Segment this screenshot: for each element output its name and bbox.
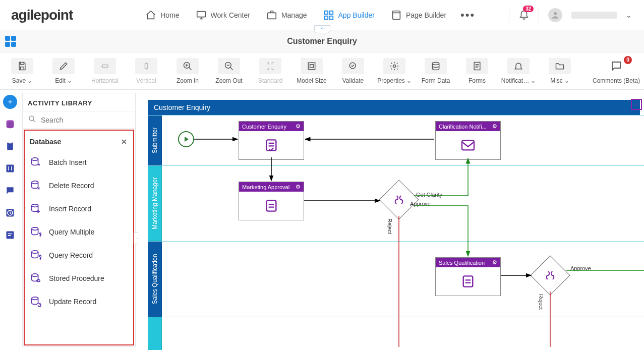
folder-icon	[555, 61, 565, 71]
forms-button[interactable]: Forms	[459, 55, 495, 87]
database-cloud-icon	[30, 273, 42, 284]
validate-button[interactable]: Validate	[335, 55, 371, 87]
form-data-button[interactable]: Form Data	[418, 55, 454, 87]
notifications-button[interactable]: 32	[518, 9, 530, 21]
database-section-title: Database	[30, 138, 61, 146]
horizontal-icon	[100, 61, 110, 71]
grid-icon	[323, 10, 334, 21]
edit-label: Edit	[55, 77, 66, 84]
search-input[interactable]	[41, 116, 130, 124]
zoom-out-icon	[224, 61, 234, 71]
svg-rect-6	[393, 11, 400, 19]
horizontal-button[interactable]: Horizontal	[87, 55, 123, 87]
svg-rect-8	[102, 65, 107, 67]
comment-icon	[610, 60, 622, 72]
rail-clock-icon[interactable]	[3, 206, 17, 220]
model-size-button[interactable]: Model Size	[294, 55, 330, 87]
svg-point-31	[32, 251, 38, 254]
svg-text:?: ?	[39, 255, 41, 260]
nav-app-builder-label: App Builder	[338, 11, 375, 19]
zoom-in-icon	[183, 61, 193, 71]
activity-update-record[interactable]: Update Record	[27, 290, 131, 313]
nav-right: 32 ⌄	[509, 8, 638, 22]
activity-label: Query Multiple	[49, 228, 94, 236]
activity-batch-insert[interactable]: Batch Insert	[27, 151, 131, 174]
toolbar: Save⌄ Edit⌄ Horizontal Vertical Zoom In …	[0, 52, 644, 90]
database-question-icon: ?+	[30, 226, 42, 238]
nav-work-center[interactable]: Work Center	[194, 6, 252, 25]
activity-search	[23, 111, 135, 129]
validate-label: Validate	[342, 77, 364, 84]
collapse-header-button[interactable]: ⌃	[314, 25, 330, 33]
swimlanes: Submitter Marketing Manager Sales Qualif…	[148, 115, 644, 350]
notifications-tool-button[interactable]: Notificat…⌄	[500, 55, 537, 87]
misc-button[interactable]: Misc⌄	[542, 55, 578, 87]
zoom-out-label: Zoom Out	[215, 77, 242, 84]
process-canvas[interactable]: Customer Enquiry ⤢ Submitter Marketing M…	[138, 90, 644, 350]
svg-point-28	[32, 204, 38, 207]
svg-point-26	[32, 158, 38, 161]
svg-rect-9	[145, 64, 148, 69]
rail-clipboard-icon[interactable]	[3, 139, 17, 153]
logo: agilepoint	[6, 7, 78, 23]
svg-rect-0	[197, 11, 205, 17]
apps-grid-icon[interactable]	[5, 36, 16, 47]
monitor-icon	[196, 10, 207, 21]
nav-home-label: Home	[160, 11, 179, 19]
expand-icon[interactable]: ⤢	[631, 99, 642, 110]
svg-point-15	[432, 62, 439, 65]
rail-doc-icon[interactable]	[3, 228, 17, 242]
activity-label: Stored Procedure	[49, 274, 104, 282]
vertical-button[interactable]: Vertical	[128, 55, 164, 87]
nav-home[interactable]: Home	[143, 6, 181, 25]
activity-stored-procedure[interactable]: Stored Procedure	[27, 267, 131, 290]
zoom-in-label: Zoom In	[177, 77, 199, 84]
avatar[interactable]	[548, 8, 562, 22]
rail-chat-icon[interactable]	[3, 184, 17, 198]
page-icon	[391, 10, 402, 21]
database-refresh-icon	[30, 296, 42, 307]
svg-point-7	[554, 12, 557, 15]
left-rail: ＋ I I	[0, 90, 20, 350]
nav-work-center-label: Work Center	[211, 11, 250, 19]
rail-database-icon[interactable]	[3, 117, 17, 131]
briefcase-icon	[266, 10, 277, 21]
add-button[interactable]: ＋	[3, 95, 17, 109]
svg-point-25	[29, 116, 34, 121]
forms-label: Forms	[469, 77, 486, 84]
activity-query-multiple[interactable]: ?+Query Multiple	[27, 220, 131, 244]
standard-button[interactable]: Standard	[252, 55, 288, 87]
chevron-down-icon: ⌄	[27, 77, 32, 84]
user-menu-chevron[interactable]: ⌄	[626, 11, 632, 19]
save-button[interactable]: Save⌄	[4, 55, 40, 87]
activity-label: Delete Record	[49, 182, 94, 190]
nav-more-icon[interactable]: •••	[460, 9, 475, 22]
form-data-label: Form Data	[422, 77, 450, 84]
svg-rect-4	[324, 16, 327, 19]
nav-page-builder[interactable]: Page Builder	[389, 6, 448, 25]
chevron-down-icon: ⌄	[531, 77, 536, 84]
save-icon	[17, 61, 27, 71]
edit-button[interactable]: Edit⌄	[45, 55, 82, 87]
database-icon	[431, 61, 441, 71]
nav-app-builder[interactable]: App Builder	[321, 6, 377, 25]
nav-manage[interactable]: Manage	[264, 6, 309, 25]
divider	[539, 8, 539, 22]
properties-button[interactable]: Properties⌄	[376, 55, 413, 87]
activity-insert-record[interactable]: Insert Record	[27, 197, 131, 220]
properties-label: Properties	[377, 77, 405, 84]
page-title: Customer Enquiry	[287, 37, 357, 46]
close-icon[interactable]: ✕	[121, 138, 127, 146]
activity-query-record[interactable]: ?Query Record	[27, 244, 131, 267]
pencil-icon	[58, 61, 69, 71]
bell-icon	[513, 61, 523, 71]
comments-button[interactable]: 0 Comments (Beta)	[593, 55, 640, 87]
process-header: Customer Enquiry	[148, 100, 640, 115]
activity-delete-record[interactable]: Delete Record	[27, 174, 131, 197]
zoom-out-button[interactable]: Zoom Out	[211, 55, 247, 87]
zoom-in-button[interactable]: Zoom In	[169, 55, 206, 87]
database-x-icon	[30, 180, 42, 191]
notifications-tool-label: Notificat…	[501, 77, 529, 84]
rail-text-icon[interactable]: I I	[3, 161, 17, 176]
model-size-icon	[307, 61, 317, 71]
